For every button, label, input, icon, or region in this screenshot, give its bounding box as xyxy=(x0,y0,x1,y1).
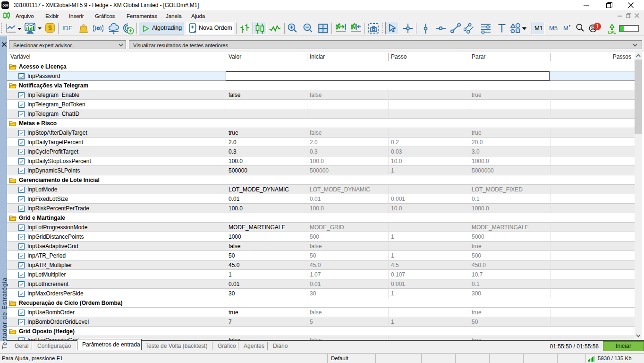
svg-text:LVL: LVL xyxy=(608,29,616,35)
svg-text:1: 1 xyxy=(596,23,599,30)
svg-text:$: $ xyxy=(48,24,52,32)
